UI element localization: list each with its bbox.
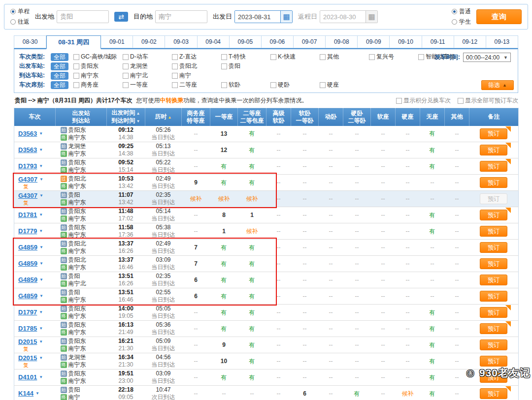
- train-link[interactable]: D1781: [18, 211, 37, 218]
- toggle-show-all-bookable[interactable]: 显示全部可预订车次: [458, 96, 518, 105]
- expand-caret-icon[interactable]: ▼: [39, 148, 43, 152]
- train-link[interactable]: K144: [18, 390, 33, 397]
- swap-stations-button[interactable]: ⇄: [114, 12, 128, 22]
- expand-caret-icon[interactable]: ▼: [39, 193, 43, 198]
- train-link[interactable]: D1793: [18, 162, 37, 170]
- passenger-normal-radio[interactable]: 普通: [452, 7, 471, 16]
- date-tab-09-09[interactable]: 09-09: [358, 35, 390, 48]
- expand-caret-icon[interactable]: ▼: [39, 339, 43, 344]
- expand-caret-icon[interactable]: ▼: [39, 164, 43, 168]
- book-button[interactable]: 预订: [480, 307, 507, 318]
- train-link[interactable]: G4859: [18, 244, 37, 251]
- trip-oneway-radio[interactable]: 单程: [10, 7, 30, 16]
- filter-option[interactable]: 复兴号: [369, 53, 418, 61]
- filter-option[interactable]: 二等座: [172, 81, 221, 89]
- date-tab-09-13[interactable]: 09-13: [486, 35, 518, 48]
- expand-caret-icon[interactable]: ▼: [39, 131, 43, 136]
- train-link[interactable]: D2015: [18, 338, 37, 345]
- to-input[interactable]: [155, 10, 207, 23]
- expand-caret-icon[interactable]: ▼: [39, 294, 43, 298]
- book-button[interactable]: 预订: [480, 339, 507, 350]
- train-link[interactable]: D3563: [18, 130, 37, 137]
- filter-option[interactable]: D-动车: [123, 53, 172, 61]
- filter-option[interactable]: 贵阳北: [172, 62, 221, 70]
- sort-desc-icon[interactable]: ▼: [136, 119, 140, 123]
- train-link[interactable]: G4307: [18, 192, 37, 199]
- expand-caret-icon[interactable]: ▼: [39, 177, 43, 182]
- book-button[interactable]: 预订: [480, 258, 507, 269]
- filter-option[interactable]: 软卧: [221, 81, 270, 89]
- book-button[interactable]: 预订: [480, 323, 507, 334]
- book-button[interactable]: 预订: [480, 291, 507, 302]
- sort-asc-icon[interactable]: ▲: [136, 111, 140, 116]
- book-button[interactable]: 预订: [480, 210, 507, 220]
- filter-option[interactable]: K-快速: [270, 53, 320, 61]
- train-link[interactable]: D2015: [18, 354, 37, 362]
- expand-caret-icon[interactable]: ▼: [39, 261, 43, 266]
- filter-option[interactable]: 硬座: [320, 81, 369, 89]
- expand-caret-icon[interactable]: ▼: [39, 213, 43, 217]
- date-tab-09-06[interactable]: 09-06: [262, 35, 294, 48]
- filter-all-badge[interactable]: 全部: [51, 53, 68, 61]
- query-button[interactable]: 查询: [476, 9, 522, 24]
- date-tab-08-30[interactable]: 08-30: [14, 35, 46, 48]
- date-tab-09-02[interactable]: 09-02: [133, 35, 165, 48]
- date-tab-08-31[interactable]: 08-31 周四: [46, 35, 101, 49]
- train-link[interactable]: G4859: [18, 260, 37, 267]
- train-link[interactable]: G4859: [18, 292, 37, 300]
- date-tab-09-12[interactable]: 09-12: [454, 35, 486, 48]
- expand-caret-icon[interactable]: ▼: [39, 277, 43, 282]
- train-link[interactable]: D1797: [18, 308, 37, 316]
- filter-option[interactable]: 贵阳: [221, 62, 270, 70]
- return-date-input[interactable]: [320, 11, 366, 23]
- filter-option[interactable]: 其他: [320, 53, 369, 61]
- filter-all-badge[interactable]: 全部: [51, 81, 68, 89]
- train-link[interactable]: D3563: [18, 146, 37, 154]
- filter-option[interactable]: GC-高铁/城际: [73, 53, 123, 61]
- sort-asc-icon[interactable]: ▲: [168, 115, 172, 120]
- calendar-icon[interactable]: ▦: [280, 11, 292, 23]
- train-link[interactable]: D4101: [18, 373, 37, 381]
- train-link[interactable]: G4859: [18, 276, 37, 283]
- book-button[interactable]: 预订: [480, 388, 507, 399]
- transfer-link[interactable]: 中转换乘: [160, 97, 183, 104]
- filter-button[interactable]: 筛选 ▲: [481, 80, 514, 90]
- date-tab-09-10[interactable]: 09-10: [390, 35, 422, 48]
- expand-caret-icon[interactable]: ▼: [39, 326, 43, 331]
- filter-option[interactable]: 一等座: [123, 81, 172, 89]
- col-header-3[interactable]: 历时▲: [145, 108, 182, 126]
- date-tab-09-04[interactable]: 09-04: [198, 35, 230, 48]
- date-tab-09-08[interactable]: 09-08: [326, 35, 358, 48]
- depart-time-select[interactable]: 00:00--24:00 ▼: [463, 53, 511, 62]
- filter-option[interactable]: Z-直达: [172, 53, 221, 61]
- date-tab-09-07[interactable]: 09-07: [294, 35, 326, 48]
- date-tab-09-05[interactable]: 09-05: [230, 35, 262, 48]
- toggle-points-exchange[interactable]: 显示积分兑换车次: [396, 96, 451, 105]
- filter-all-badge[interactable]: 全部: [51, 72, 68, 80]
- filter-option[interactable]: 南宁北: [123, 71, 172, 80]
- book-button[interactable]: 预订: [480, 161, 507, 172]
- expand-caret-icon[interactable]: ▼: [39, 356, 43, 360]
- date-tab-09-11[interactable]: 09-11: [422, 35, 454, 48]
- book-button[interactable]: 预订: [480, 226, 507, 237]
- book-button[interactable]: 预订: [480, 177, 507, 188]
- trip-roundtrip-radio[interactable]: 往返: [10, 18, 30, 26]
- filter-option[interactable]: 贵阳东: [73, 62, 123, 70]
- train-link[interactable]: G4307: [18, 176, 37, 183]
- filter-option[interactable]: 南宁东: [73, 71, 123, 80]
- book-button[interactable]: 预订: [480, 128, 507, 139]
- book-button[interactable]: 预订: [480, 242, 507, 253]
- date-tab-09-01[interactable]: 09-01: [101, 35, 133, 48]
- expand-caret-icon[interactable]: ▼: [39, 245, 43, 249]
- filter-option[interactable]: T-特快: [221, 53, 270, 61]
- expand-caret-icon[interactable]: ▼: [39, 375, 43, 379]
- filter-option[interactable]: 南宁: [172, 71, 221, 80]
- date-tab-09-03[interactable]: 09-03: [165, 35, 197, 48]
- expand-caret-icon[interactable]: ▼: [39, 310, 43, 314]
- filter-option[interactable]: 硬卧: [270, 81, 320, 89]
- from-input[interactable]: [57, 10, 109, 23]
- filter-option[interactable]: 商务座: [73, 81, 123, 89]
- book-button[interactable]: 预订: [480, 356, 507, 367]
- book-button[interactable]: 预订: [480, 145, 507, 155]
- expand-caret-icon[interactable]: ▼: [35, 391, 39, 396]
